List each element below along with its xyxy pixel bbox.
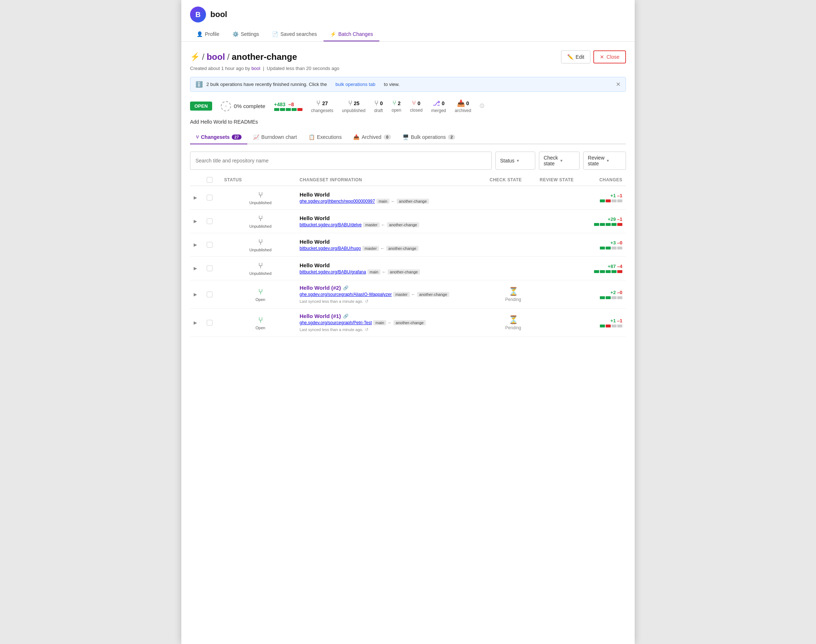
repo-link-6[interactable]: ghe.sgdev.org/sourcegraph/Petri-Test (299, 320, 372, 325)
changes-nums-1: +1 –1 (610, 193, 622, 198)
nav-tabs: 👤 Profile ⚙️ Settings 📄 Saved searches ⚡… (190, 28, 626, 41)
row-checkbox-3[interactable] (207, 242, 213, 248)
meta-sep: | (263, 66, 264, 71)
pending-label-6: Pending (505, 325, 521, 330)
changes-col-3: +3 –0 (586, 240, 622, 250)
row-checkbox-2[interactable] (207, 218, 213, 224)
review-state-filter[interactable]: Review state ▾ (583, 152, 626, 170)
tab-batch-changes[interactable]: ⚡ Batch Changes (324, 28, 380, 41)
edit-button[interactable]: ✏️ Edit (561, 51, 591, 63)
executions-tab-label: Executions (317, 134, 342, 140)
changes-bars-6 (600, 325, 622, 327)
diff-stats: +483 –8 (274, 101, 302, 111)
changeset-title-2: Hello World (299, 215, 487, 221)
changes-col-header: CHANGES (586, 177, 622, 182)
progress-area: ○ 0% complete (221, 101, 265, 111)
changeset-link-6[interactable]: Hello World (#1) (299, 313, 341, 319)
breadcrumb-user[interactable]: bool (207, 52, 225, 62)
settings-icon: ⚙️ (232, 31, 239, 37)
tab-bulk-ops[interactable]: 🖥️ Bulk operations 2 (397, 130, 461, 144)
status-label-2: Unpublished (249, 224, 271, 228)
tab-burndown[interactable]: 📈 Burndown chart (247, 130, 303, 144)
branch-from-4: main (367, 270, 380, 274)
row-checkbox-4[interactable] (207, 265, 213, 271)
meta-user-link[interactable]: bool (252, 66, 261, 71)
status-label-1: Unpublished (249, 201, 271, 205)
tab-changesets[interactable]: ⑂ Changesets 27 (190, 130, 247, 144)
diff-bars (274, 108, 302, 111)
banner-close-button[interactable]: ✕ (616, 81, 621, 88)
unpublished-label: unpublished (342, 108, 365, 113)
tab-profile[interactable]: 👤 Profile (190, 28, 226, 41)
open-count: 2 (398, 100, 401, 106)
status-col-3: ⑂ Unpublished (224, 238, 297, 252)
table-row: ▶ ⑂ Open Hello World (#2) 🔗 ghe.sgdev.or… (190, 280, 626, 308)
search-input[interactable] (190, 152, 492, 170)
merged-label: merged (431, 108, 446, 113)
branch-to-5: another-change (417, 292, 449, 297)
status-chevron-icon: ▾ (517, 158, 531, 163)
pending-icon-6: ⏳ (508, 315, 518, 325)
meta-created: Created about 1 hour ago by (190, 66, 250, 71)
archived-tab-label: Archived (362, 134, 381, 140)
table-row: ▶ ⑂ Open Hello World (#1) 🔗 ghe.sgdev.or… (190, 308, 626, 337)
check-state-filter[interactable]: Check state ▾ (539, 152, 580, 170)
check-state-col-5: ⏳ Pending (489, 287, 537, 302)
stats-info-button[interactable]: ⓘ (480, 103, 484, 109)
select-all-checkbox[interactable] (207, 177, 213, 183)
changesets-tab-badge: 27 (232, 135, 241, 140)
content-tabs: ⑂ Changesets 27 📈 Burndown chart 📋 Execu… (190, 130, 626, 144)
breadcrumb-name: another-change (232, 52, 297, 62)
row-expand-4[interactable]: ▶ (194, 266, 204, 271)
tab-saved-searches-label: Saved searches (280, 31, 317, 37)
review-state-filter-label: Review state (588, 155, 604, 166)
row-expand-6[interactable]: ▶ (194, 320, 204, 325)
row-expand-5[interactable]: ▶ (194, 292, 204, 297)
bulk-ops-tab-link[interactable]: bulk operations tab (336, 81, 375, 87)
changes-nums-3: +3 –0 (610, 240, 622, 245)
tab-settings[interactable]: ⚙️ Settings (226, 28, 266, 41)
changes-col-1: +1 –1 (586, 193, 622, 202)
repo-link-2[interactable]: bitbucket.sgdev.org/BABU/delve (299, 222, 362, 227)
info-icon: ℹ️ (195, 81, 203, 88)
meta-text: Created about 1 hour ago by bool | Updat… (190, 66, 626, 71)
review-state-col-header: REVIEW STATE (540, 177, 583, 182)
tab-executions[interactable]: 📋 Executions (303, 130, 347, 144)
repo-link-5[interactable]: ghe.sgdev.org/sourcegraph/AliasIO-Wappal… (299, 292, 392, 297)
open-icon: ⑂ (393, 100, 396, 107)
review-state-chevron-icon: ▾ (607, 158, 621, 163)
status-col-2: ⑂ Unpublished (224, 214, 297, 228)
unpublished-count: 25 (354, 100, 360, 106)
row-expand-3[interactable]: ▶ (194, 242, 204, 247)
changeset-link-5[interactable]: Hello World (#2) (299, 285, 341, 291)
stats-row: OPEN ○ 0% complete +483 –8 (190, 99, 626, 113)
repo-link-3[interactable]: bitbucket.sgdev.org/BABU/hugo (299, 246, 361, 251)
close-button[interactable]: ✕ Close (593, 51, 626, 63)
row-checkbox-5[interactable] (207, 291, 213, 297)
row-checkbox-1[interactable] (207, 195, 213, 201)
status-filter[interactable]: Status ▾ (495, 152, 535, 170)
open-icon-6: ⑂ (258, 316, 263, 325)
changeset-title-1: Hello World (299, 192, 487, 198)
branch-icon-1: ⑂ (258, 190, 263, 200)
stat-draft: ⑂ 0 draft (374, 99, 383, 113)
changesets-count: 27 (322, 100, 328, 106)
changesets-label: changesets (311, 108, 333, 113)
closed-label: closed (410, 108, 422, 113)
row-expand-2[interactable]: ▶ (194, 219, 204, 224)
row-expand-1[interactable]: ▶ (194, 195, 204, 200)
stat-unpublished: ⑂ 25 unpublished (342, 99, 365, 113)
branch-from-6: main (373, 320, 386, 325)
tab-archived[interactable]: 📥 Archived 0 (347, 130, 397, 144)
changes-nums-5: +2 –0 (610, 290, 622, 295)
progress-circle: ○ (221, 101, 231, 111)
close-icon: ✕ (600, 54, 604, 60)
tab-batch-changes-label: Batch Changes (338, 31, 373, 37)
repo-link-4[interactable]: bitbucket.sgdev.org/BABU/grafana (299, 270, 366, 274)
tab-saved-searches[interactable]: 📄 Saved searches (265, 28, 323, 41)
table-row: ▶ ⑂ Unpublished Hello World bitbucket.sg… (190, 233, 626, 257)
status-label-5: Open (256, 297, 265, 302)
repo-link-1[interactable]: ghe.sgdev.org/jhbench/repo000000997 (299, 199, 375, 204)
row-checkbox-6[interactable] (207, 320, 213, 326)
pending-icon-5: ⏳ (508, 287, 518, 296)
